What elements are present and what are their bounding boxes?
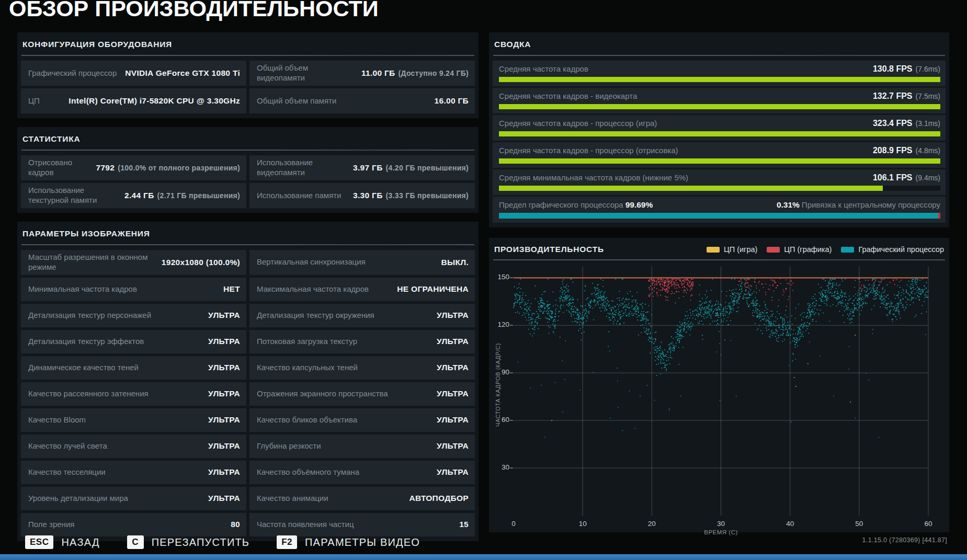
setting-value: 80	[231, 520, 240, 529]
setting-label: Графический процессор	[28, 68, 117, 78]
setting-value: АВТОПОДБОР	[409, 494, 469, 503]
value-text: УЛЬТРА	[208, 441, 240, 451]
setting-value: 2.44 ГБ(2.71 ГБ превышения)	[124, 191, 240, 200]
setting-label: Детализация текстур окружения	[257, 311, 374, 321]
statistics-panel: СТАТИСТИКА Отрисовано кадров7792(100.0% …	[17, 127, 479, 213]
fps-bar-track	[499, 158, 940, 164]
cpu-game-series	[551, 335, 856, 421]
value-text: 3.30 ГБ	[353, 191, 383, 200]
gpu-limit-label: Предел графического процессора	[499, 200, 623, 209]
setting-value: 16.00 ГБ	[435, 96, 469, 106]
y-tick-label: 120	[493, 321, 509, 328]
summary-row: Средняя частота кадров - видеокарта132.7…	[493, 88, 946, 113]
fps-bar-fill	[499, 186, 883, 191]
setting-row: ЦПIntel(R) Core(TM) i7-5820K CPU @ 3.30G…	[21, 88, 246, 113]
setting-value: NVIDIA GeForce GTX 1080 Ti	[125, 68, 240, 78]
setting-label: Общий объем видеопамяти	[257, 63, 357, 83]
fps-bar-fill	[499, 104, 940, 109]
setting-row: Отражения экранного пространстваУЛЬТРА	[249, 382, 475, 406]
image-settings-panel: ПАРАМЕТРЫ ИЗОБРАЖЕНИЯ Масштаб разрешения…	[17, 222, 479, 541]
summary-row-top: Средняя частота кадров - видеокарта132.7…	[499, 92, 940, 101]
y-axis-label: ЧАСТОТА КАДРОВ (КАДР/С)	[495, 327, 501, 442]
setting-row: Динамическое качество тенейУЛЬТРА	[21, 356, 246, 380]
legend-label: Графический процессор	[858, 245, 944, 254]
left-column: КОНФИГУРАЦИЯ ОБОРУДОВАНИЯ Графический пр…	[17, 32, 479, 541]
divider	[21, 150, 474, 151]
summary-metric-label: Средняя частота кадров - процессор (отри…	[499, 146, 678, 155]
legend-item: ЦП (игра)	[707, 245, 757, 254]
value-text: УЛЬТРА	[208, 363, 240, 372]
summary-metric-label: Средняя минимальная частота кадров (нижн…	[499, 173, 688, 182]
setting-value: УЛЬТРА	[208, 389, 240, 398]
cpu-bound-value: 0.31%	[777, 200, 800, 210]
setting-value: УЛЬТРА	[437, 363, 469, 372]
plot-area	[514, 267, 928, 516]
footer-hint-f2[interactable]: F2ПАРАМЕТРЫ ВИДЕО	[277, 535, 420, 549]
value-text: NVIDIA GeForce GTX 1080 Ti	[125, 68, 240, 78]
value-text: УЛЬТРА	[208, 494, 240, 503]
value-text: АВТОПОДБОР	[409, 494, 469, 503]
setting-value: НЕ ОГРАНИЧЕНА	[397, 284, 469, 294]
fps-bar-fill	[499, 77, 940, 82]
setting-value: УЛЬТРА	[208, 415, 240, 425]
value-text: УЛЬТРА	[208, 389, 240, 398]
setting-label: Детализация текстур эффектов	[28, 337, 144, 347]
setting-value: УЛЬТРА	[437, 389, 469, 398]
setting-row: Качество BloomУЛЬТРА	[21, 408, 246, 432]
setting-row: Масштаб разрешения в оконном режиме1920x…	[21, 250, 246, 275]
setting-row: Общий объем памяти16.00 ГБ	[249, 88, 475, 113]
value-text: 7792	[96, 163, 115, 173]
setting-label: Качество бликов объектива	[257, 415, 357, 425]
key-badge-esc: ESC	[25, 535, 53, 549]
x-tick-label: 30	[712, 520, 730, 528]
cpu-bound-label: Привязка к центральному процессору	[802, 200, 940, 209]
summary-row: Средняя частота кадров - процессор (игра…	[493, 115, 946, 141]
footer-hint-esc[interactable]: ESCНАЗАД	[25, 535, 100, 549]
legend-swatch	[767, 247, 780, 253]
value-text: УЛЬТРА	[208, 337, 240, 346]
performance-overview-screen: ОБЗОР ПРОИЗВОДИТЕЛЬНОСТИ КОНФИГУРАЦИЯ ОБ…	[0, 0, 967, 560]
setting-label: Потоковая загрузка текстур	[257, 337, 357, 347]
performance-chart-panel: ПРОИЗВОДИТЕЛЬНОСТЬ ЦП (игра)ЦП (графика)…	[489, 238, 949, 532]
hint-label: НАЗАД	[61, 536, 99, 548]
setting-value: УЛЬТРА	[437, 311, 469, 320]
setting-row: Использование памяти3.30 ГБ(3.33 ГБ прев…	[249, 183, 475, 208]
setting-value: ВЫКЛ.	[441, 258, 469, 267]
setting-label: Качество капсульных теней	[257, 363, 358, 373]
value-text: Intel(R) Core(TM) i7-5820K CPU @ 3.30GHz	[69, 96, 240, 106]
setting-row: Вертикальная синхронизацияВЫКЛ.	[249, 250, 475, 275]
summary-fps-value: 323.4 FPS(3.1ms)	[873, 119, 940, 128]
setting-row: Детализация текстур эффектовУЛЬТРА	[21, 330, 246, 353]
setting-value: Intel(R) Core(TM) i7-5820K CPU @ 3.30GHz	[69, 96, 240, 106]
value-text: 3.97 ГБ	[353, 163, 383, 173]
setting-value: УЛЬТРА	[208, 441, 240, 451]
hardware-rows: Графический процессорNVIDIA GeForce GTX …	[21, 61, 475, 113]
x-tick-label: 20	[643, 520, 661, 528]
value-note: (3.33 ГБ превышения)	[386, 191, 469, 200]
setting-row: Глубина резкостиУЛЬТРА	[249, 435, 475, 458]
value-text: УЛЬТРА	[437, 363, 469, 372]
setting-row: Частота появления частиц15	[249, 513, 475, 536]
summary-row-top: Средняя частота кадров130.8 FPS(7.6ms)	[499, 64, 940, 74]
fps-text: 208.9 FPS	[873, 146, 913, 155]
fps-text: 106.1 FPS	[873, 173, 913, 182]
footer-hint-c[interactable]: CПЕРЕЗАПУСТИТЬ	[127, 535, 250, 549]
setting-label: Качество объёмного тумана	[257, 467, 359, 477]
fps-text: 132.7 FPS	[873, 92, 913, 101]
fps-bar-fill	[499, 158, 940, 164]
frametime-text: (4.8ms)	[916, 146, 940, 155]
setting-label: Масштаб разрешения в оконном режиме	[28, 253, 157, 272]
summary-row-top: Средняя частота кадров - процессор (игра…	[499, 119, 940, 128]
value-text: УЛЬТРА	[437, 441, 469, 451]
fps-bar-fill	[499, 131, 940, 136]
value-note: (2.71 ГБ превышения)	[157, 191, 240, 200]
setting-row: Уровень детализации мираУЛЬТРА	[21, 487, 246, 510]
summary-row: Средняя частота кадров130.8 FPS(7.6ms)	[493, 61, 946, 86]
setting-label: Детализация текстур персонажей	[28, 311, 151, 321]
image-settings-rows: Масштаб разрешения в оконном режиме1920x…	[21, 250, 475, 536]
value-note: (100.0% от полного разрешения)	[118, 164, 240, 172]
cpu-bound-fill	[938, 213, 940, 219]
footer-hints: ESCНАЗАДCПЕРЕЗАПУСТИТЬF2ПАРАМЕТРЫ ВИДЕО	[25, 535, 420, 549]
setting-label: Качество анимации	[257, 494, 328, 504]
setting-row: Использование текстурной памяти2.44 ГБ(2…	[21, 183, 246, 208]
